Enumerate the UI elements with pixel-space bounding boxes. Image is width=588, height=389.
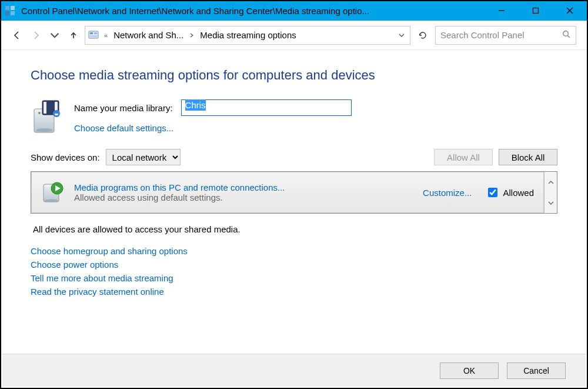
show-devices-select[interactable]: Local network (106, 149, 181, 165)
library-name-input[interactable]: Chris (181, 99, 352, 116)
svg-line-13 (567, 35, 570, 38)
chevron-right-icon (189, 33, 194, 38)
svg-rect-3 (11, 11, 15, 15)
svg-rect-0 (5, 6, 9, 10)
ok-button[interactable]: OK (440, 363, 499, 379)
library-name-label: Name your media library: (74, 103, 173, 113)
link-stack: Choose homegroup and sharing options Cho… (31, 246, 557, 297)
maximize-button[interactable] (519, 1, 553, 20)
window-buttons (485, 1, 587, 20)
more-info-link[interactable]: Tell me more about media streaming (31, 273, 557, 283)
cancel-button[interactable]: Cancel (507, 363, 566, 379)
app-icon (5, 5, 15, 16)
breadcrumb-current[interactable]: Media streaming options (200, 30, 296, 40)
svg-point-12 (563, 31, 568, 36)
library-name-value: Chris (185, 99, 206, 111)
show-devices-label: Show devices on: (31, 152, 100, 162)
back-button[interactable] (12, 30, 22, 41)
search-box[interactable]: Search Control Panel (435, 26, 576, 45)
nav-arrows (12, 30, 79, 41)
addressbar-dropdown[interactable] (396, 32, 407, 38)
svg-rect-9 (90, 32, 93, 34)
allowed-label: Allowed (503, 188, 534, 198)
privacy-link[interactable]: Read the privacy statement online (31, 287, 557, 297)
scroll-up-icon[interactable] (544, 172, 557, 192)
allowed-checkbox-input[interactable] (488, 188, 497, 197)
svg-rect-11 (90, 35, 97, 37)
svg-rect-1 (11, 6, 15, 10)
window-title: Control Panel\Network and Internet\Netwo… (21, 6, 369, 16)
titlebar: Control Panel\Network and Internet\Netwo… (1, 1, 587, 21)
homegroup-link[interactable]: Choose homegroup and sharing options (31, 246, 557, 256)
power-options-link[interactable]: Choose power options (31, 260, 557, 270)
device-title[interactable]: Media programs on this PC and remote con… (74, 182, 413, 192)
breadcrumb-parent[interactable]: Network and Sh... (113, 30, 183, 40)
device-list: Media programs on this PC and remote con… (31, 171, 557, 214)
allow-all-button[interactable]: Allow All (434, 149, 493, 165)
svg-rect-5 (533, 8, 539, 14)
control-panel-icon (88, 29, 99, 41)
chevron-left-icon: « (104, 32, 108, 39)
minimize-button[interactable] (485, 1, 519, 20)
show-devices-row: Show devices on: Local network Allow All… (31, 149, 557, 165)
content-area: Choose media streaming options for compu… (1, 50, 587, 350)
device-icon (41, 181, 65, 204)
scroll-down-icon[interactable] (544, 192, 557, 213)
block-all-button[interactable]: Block All (499, 149, 557, 165)
recent-locations-dropdown[interactable] (49, 30, 60, 41)
svg-point-16 (38, 112, 41, 114)
device-subtitle: Allowed access using default settings. (74, 192, 413, 202)
status-line: All devices are allowed to access your s… (33, 224, 557, 234)
device-list-scrollbar[interactable] (544, 172, 557, 213)
default-settings-link[interactable]: Choose default settings... (74, 123, 352, 133)
search-icon (562, 29, 571, 41)
close-button[interactable] (553, 1, 587, 20)
customize-link[interactable]: Customize... (423, 188, 472, 198)
refresh-button[interactable] (416, 29, 429, 42)
svg-rect-10 (94, 32, 97, 34)
svg-rect-2 (5, 11, 9, 15)
media-library-icon (31, 99, 62, 135)
search-placeholder: Search Control Panel (440, 30, 562, 40)
device-text: Media programs on this PC and remote con… (74, 182, 413, 202)
footer: OK Cancel (2, 354, 586, 387)
up-button[interactable] (68, 30, 79, 41)
svg-point-15 (36, 128, 52, 132)
breadcrumb: « Network and Sh... Media streaming opti… (104, 30, 296, 40)
address-bar[interactable]: « Network and Sh... Media streaming opti… (85, 26, 410, 45)
nav-row: « Network and Sh... Media streaming opti… (1, 21, 587, 50)
library-row: Name your media library: Chris Choose de… (31, 99, 557, 135)
svg-rect-18 (44, 102, 46, 114)
forward-button[interactable] (31, 30, 41, 41)
device-row[interactable]: Media programs on this PC and remote con… (31, 172, 544, 213)
page-title: Choose media streaming options for compu… (31, 68, 557, 83)
svg-point-22 (45, 200, 58, 202)
svg-rect-8 (89, 31, 98, 38)
allowed-checkbox[interactable]: Allowed (486, 186, 534, 199)
